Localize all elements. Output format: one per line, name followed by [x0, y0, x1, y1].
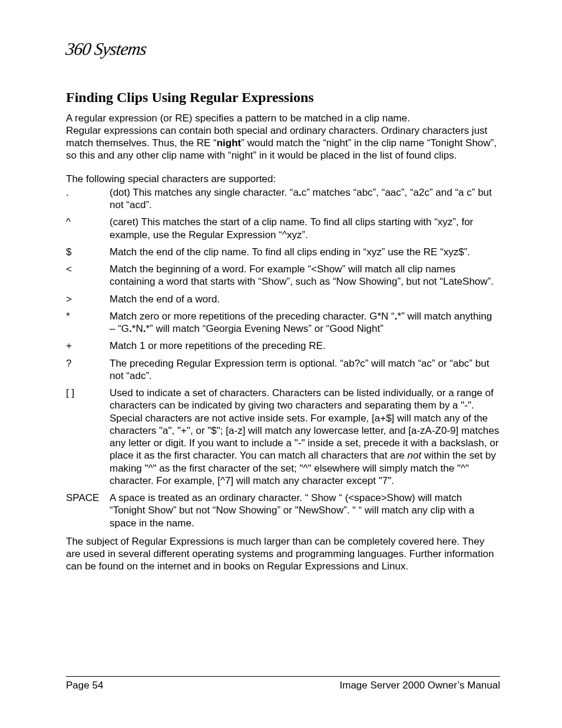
- def-row-question: ? The preceding Regular Expression term …: [66, 357, 500, 383]
- def-symbol: SPACE: [66, 492, 110, 504]
- footer-rule: [66, 676, 500, 677]
- def-row-star: * Match zero or more repetitions of the …: [66, 310, 500, 335]
- def-symbol: <: [66, 263, 110, 275]
- page-footer: Page 54 Image Server 2000 Owner’s Manual: [66, 676, 500, 691]
- def-row-brackets: [ ] Used to indicate a set of characters…: [66, 387, 500, 487]
- def-desc: A space is treated as an ordinary charac…: [110, 492, 500, 529]
- def-symbol: ?: [66, 357, 110, 370]
- def-text: (dot) This matches any single character.…: [110, 187, 299, 198]
- footer-page-number: Page 54: [66, 679, 103, 691]
- brand-logo: 360 Systems: [64, 38, 148, 60]
- def-symbol: .: [66, 186, 110, 199]
- page-title: Finding Clips Using Regular Expressions: [66, 88, 500, 106]
- intro-line-1: A regular expression (or RE) specifies a…: [66, 113, 410, 124]
- def-desc: Match the end of the clip name. To find …: [110, 246, 500, 258]
- def-row-plus: + Match 1 or more repetitions of the pre…: [66, 340, 500, 352]
- def-desc: Match 1 or more repetitions of the prece…: [110, 340, 500, 352]
- def-row-lt: < Match the beginning of a word. For exa…: [66, 263, 500, 288]
- footer-row: Page 54 Image Server 2000 Owner’s Manual: [66, 679, 500, 691]
- lead-in-text: The following special characters are sup…: [66, 173, 500, 185]
- def-desc: Match the end of a word.: [110, 293, 500, 305]
- def-row-dollar: $ Match the end of the clip name. To fin…: [66, 246, 500, 258]
- intro-paragraph: A regular expression (or RE) specifies a…: [66, 112, 500, 162]
- definition-list: . (dot) This matches any single characte…: [66, 186, 500, 529]
- footer-manual-title: Image Server 2000 Owner’s Manual: [340, 679, 500, 691]
- def-symbol: [ ]: [66, 387, 110, 399]
- def-row-caret: ^ (caret) This matches the start of a cl…: [66, 216, 500, 241]
- def-italic: not: [408, 450, 422, 461]
- def-desc: (dot) This matches any single character.…: [110, 186, 500, 212]
- def-row-dot: . (dot) This matches any single characte…: [66, 186, 500, 212]
- def-symbol: $: [66, 246, 110, 258]
- def-text: Match zero or more repetitions of the pr…: [110, 311, 395, 322]
- def-desc: (caret) This matches the start of a clip…: [110, 216, 500, 241]
- def-desc: Match zero or more repetitions of the pr…: [110, 310, 500, 335]
- def-symbol: ^: [66, 216, 110, 228]
- outro-paragraph: The subject of Regular Expressions is mu…: [66, 535, 500, 573]
- def-symbol: *: [66, 310, 110, 322]
- intro-bold: night: [217, 137, 242, 149]
- def-desc: The preceding Regular Expression term is…: [110, 357, 500, 383]
- page: 360 Systems Finding Clips Using Regular …: [0, 0, 562, 728]
- def-text: *” will match “Georgia Evening News” or …: [146, 323, 383, 334]
- def-row-space: SPACE A space is treated as an ordinary …: [66, 492, 500, 529]
- def-desc: Used to indicate a set of characters. Ch…: [110, 387, 500, 487]
- def-desc: Match the beginning of a word. For examp…: [110, 263, 500, 288]
- def-symbol: +: [66, 340, 110, 352]
- def-symbol: >: [66, 293, 110, 305]
- def-row-gt: > Match the end of a word.: [66, 293, 500, 305]
- def-text: *N: [132, 323, 143, 334]
